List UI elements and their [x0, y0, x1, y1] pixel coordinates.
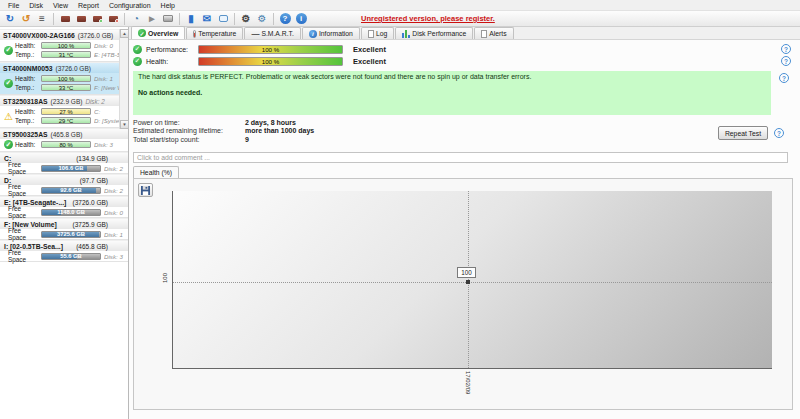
tab-smart[interactable]: —S.M.A.R.T. — [244, 27, 300, 39]
partition-entry-c[interactable]: C:(134.9 GB) Free Space106.6 GBDisk: 2 — [0, 152, 128, 174]
health-label: Health: — [15, 108, 41, 115]
toolbar-separator — [273, 13, 274, 25]
repeat-test-button[interactable]: Repeat Test — [718, 126, 768, 140]
health-chart-plot[interactable]: 100 100 17/02/09 — [172, 191, 772, 369]
disk-control-icon-2[interactable] — [74, 12, 88, 26]
temp-label: Temp.: — [15, 84, 41, 91]
info-circle-icon[interactable]: i — [294, 12, 308, 26]
tab-temperature[interactable]: Temperature — [186, 27, 243, 39]
stat-label: Total start/stop count: — [133, 136, 245, 143]
info-icon: i — [309, 30, 317, 38]
tab-information[interactable]: iInformation — [302, 27, 360, 39]
disk-entry-1-selected[interactable]: ST4000NM0053(3726.0 GB) ✓ Health:100 %Di… — [0, 62, 128, 95]
disk-entry-2[interactable]: ST3250318AS(232.9 GB)Disk: 2 ⚠ Health:27… — [0, 95, 128, 128]
health-row: ✓ Health: 100 % Excellent ? — [133, 55, 796, 67]
free-space-bar: 92.6 GB — [41, 187, 101, 194]
toolbar-separator — [124, 13, 125, 25]
tab-overview[interactable]: ✓Overview — [131, 26, 185, 39]
menu-view[interactable]: View — [48, 2, 73, 9]
performance-meter: 100 % — [198, 45, 343, 54]
performance-row: ✓ Performance: 100 % Excellent ? — [133, 43, 796, 55]
partition-size: (97.7 GB) — [80, 177, 108, 184]
partition-entry-f[interactable]: F: [New Volume](3725.9 GB) Free Space372… — [0, 218, 128, 240]
disk-ok-icon: ✓ — [4, 46, 13, 55]
help-icon[interactable]: ? — [781, 44, 791, 54]
message-bubble-icon[interactable] — [216, 12, 230, 26]
disk-number: Disk: 3 — [104, 253, 128, 260]
health-label: Health: — [15, 141, 41, 148]
free-space-label: Free Space — [8, 249, 41, 263]
stat-value: 9 — [245, 136, 249, 143]
disk-ok-icon: ✓ — [4, 79, 13, 88]
disk-warning-icon: ⚠ — [4, 112, 13, 121]
performance-ok-icon: ✓ — [133, 45, 142, 54]
clock-icon[interactable]: ◔ — [129, 12, 143, 26]
help-icon[interactable]: ? — [779, 73, 789, 83]
disk-size: (3726.0 GB) — [78, 32, 113, 39]
menu-lines-icon[interactable]: ≡ — [35, 12, 49, 26]
health-label: Health: — [15, 75, 41, 82]
printer-icon[interactable] — [161, 12, 175, 26]
disk-number: Disk: 2 — [104, 165, 128, 172]
disk-entry-0[interactable]: ST4000VX000-2AG166(3726.0 GB) ✓ Health:1… — [0, 29, 128, 62]
menu-file[interactable]: File — [3, 2, 24, 9]
tab-disk-performance[interactable]: Disk Performance — [395, 27, 473, 39]
free-space-bar: 1148.0 GB — [41, 209, 101, 216]
sidebar-scrollbar[interactable]: ▲ ▼ — [119, 29, 128, 129]
performance-label: Performance: — [146, 46, 198, 53]
disk-ok-icon: ✓ — [4, 140, 13, 149]
temp-bar: 29 °C — [41, 117, 91, 124]
menu-report[interactable]: Report — [73, 2, 104, 9]
floppy-disk-icon — [141, 186, 150, 195]
comment-field[interactable]: Click to add comment ... — [133, 152, 788, 163]
network-settings-gear-icon[interactable]: ⚙ — [255, 12, 269, 26]
hdd-icon[interactable]: ▮ — [184, 12, 198, 26]
mail-icon[interactable]: ✉ — [200, 12, 214, 26]
free-space-bar: 106.6 GB — [41, 165, 101, 172]
tab-alerts[interactable]: Alerts — [474, 27, 513, 39]
partition-entry-d[interactable]: D:(97.7 GB) Free Space92.6 GBDisk: 2 — [0, 174, 128, 196]
disk-size: (465.8 GB) — [51, 131, 83, 138]
save-chart-button[interactable] — [138, 183, 153, 197]
partition-entry-e[interactable]: E: [4TB-Seagate-...](3726.0 GB) Free Spa… — [0, 196, 128, 218]
chart-horizontal-gridline — [173, 282, 772, 283]
settings-gear-icon[interactable]: ⚙ — [239, 12, 253, 26]
chart-point-marker[interactable] — [466, 280, 470, 284]
disk-control-icon-1[interactable] — [58, 12, 72, 26]
unregistered-notice[interactable]: Unregistered version, please register. — [361, 14, 495, 23]
tab-log[interactable]: Log — [361, 27, 394, 39]
disk-control-icon-4[interactable] — [106, 12, 120, 26]
temp-bar: 31 °C — [41, 51, 91, 58]
scroll-down-icon[interactable]: ▼ — [120, 120, 129, 129]
help-circle-icon[interactable]: ? — [278, 12, 292, 26]
scroll-up-icon[interactable]: ▲ — [120, 29, 129, 38]
health-bar: 27 % — [41, 108, 91, 115]
free-space-label: Free Space — [8, 183, 41, 197]
chart-tab-health[interactable]: Health (%) — [133, 166, 179, 178]
toolbar-separator — [234, 13, 235, 25]
menu-configuration[interactable]: Configuration — [104, 2, 156, 9]
disk-entry-3[interactable]: ST9500325AS(465.8 GB) ✓ Health:80 %Disk:… — [0, 128, 128, 152]
x-axis-tick-label: 17/02/09 — [465, 371, 471, 394]
free-space-label: Free Space — [8, 205, 41, 219]
rescan-icon[interactable]: ↺ — [19, 12, 33, 26]
stat-label: Power on time: — [133, 119, 245, 126]
disk-name: ST9500325AS — [3, 131, 48, 138]
repeat-test-help-icon[interactable]: ? — [774, 128, 784, 138]
disk-control-icon-3[interactable] — [90, 12, 104, 26]
partition-entry-i[interactable]: I: [02-0.5TB-Sea...](465.8 GB) Free Spac… — [0, 240, 128, 262]
menu-disk[interactable]: Disk — [24, 2, 48, 9]
arrow-icon[interactable]: ► — [145, 12, 159, 26]
main-content: ✓Overview Temperature —S.M.A.R.T. iInfor… — [129, 27, 800, 419]
toolbar-separator — [53, 13, 54, 25]
help-icon[interactable]: ? — [781, 56, 791, 66]
performance-rating: Excellent — [353, 45, 386, 54]
health-meter: 100 % — [198, 57, 343, 66]
thermometer-icon — [193, 30, 196, 38]
overview-check-icon: ✓ — [138, 29, 146, 37]
disk-number: Disk: 2 — [104, 187, 128, 194]
no-actions-text: No actions needed. — [138, 89, 766, 96]
refresh-icon[interactable]: ↻ — [3, 12, 17, 26]
menu-help[interactable]: Help — [156, 2, 180, 9]
partition-size: (465.8 GB) — [76, 243, 108, 250]
